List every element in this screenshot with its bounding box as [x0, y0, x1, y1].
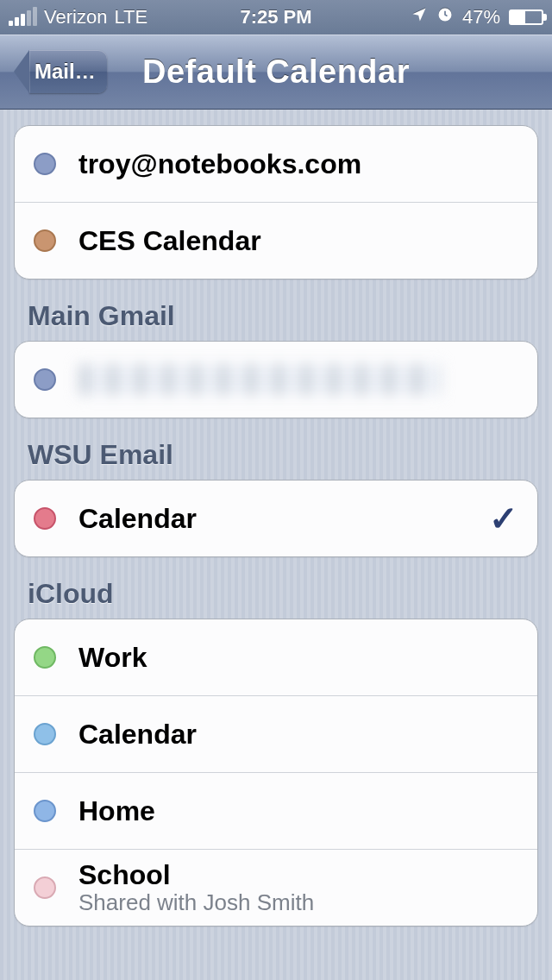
battery-pct-label: 47% [462, 6, 500, 28]
calendar-label: CES Calendar [78, 225, 518, 257]
chevron-left-icon [14, 50, 29, 93]
calendar-row-gmail[interactable] [15, 342, 537, 418]
calendar-label: Work [78, 642, 518, 674]
calendar-group: Calendar ✓ [14, 480, 538, 557]
redacted-label [78, 364, 441, 395]
network-label: LTE [114, 6, 147, 28]
calendar-group: troy@notebooks.com CES Calendar [14, 125, 538, 280]
calendar-color-dot [34, 800, 56, 822]
calendar-color-dot [34, 229, 56, 252]
back-button-label: Mail… [29, 50, 107, 93]
calendar-row-troy[interactable]: troy@notebooks.com [15, 126, 537, 202]
calendar-group [14, 341, 538, 418]
calendar-row-wsu-calendar[interactable]: Calendar ✓ [15, 481, 537, 556]
calendar-color-dot [34, 646, 56, 669]
calendar-label: School [78, 859, 518, 891]
section-header-main-gmail: Main Gmail [28, 300, 538, 332]
checkmark-icon: ✓ [480, 499, 518, 538]
carrier-label: Verizon [44, 6, 107, 28]
calendar-row-work[interactable]: Work [15, 619, 537, 695]
calendar-color-dot [34, 153, 56, 175]
calendar-group: Work Calendar Home School Shared with Jo… [14, 619, 538, 927]
status-bar: Verizon LTE 7:25 PM 47% [0, 0, 552, 35]
location-icon [411, 6, 428, 28]
calendar-color-dot [34, 723, 56, 745]
calendar-color-dot [34, 368, 56, 391]
calendar-row-icloud-calendar[interactable]: Calendar [15, 695, 537, 772]
signal-bars-icon [9, 7, 37, 28]
calendar-color-dot [34, 876, 56, 899]
nav-bar: Mail… Default Calendar [0, 35, 552, 110]
calendar-row-school[interactable]: School Shared with Josh Smith [15, 849, 537, 926]
calendar-row-ces[interactable]: CES Calendar [15, 202, 537, 279]
clock-icon [436, 6, 454, 28]
back-button[interactable]: Mail… [14, 50, 107, 93]
calendar-row-home[interactable]: Home [15, 772, 537, 849]
calendar-color-dot [34, 507, 56, 530]
calendar-subtitle: Shared with Josh Smith [78, 889, 518, 916]
battery-icon [509, 9, 543, 25]
section-header-icloud: iCloud [28, 578, 538, 610]
calendar-label: Calendar [78, 503, 480, 535]
section-header-wsu: WSU Email [28, 439, 538, 471]
content: troy@notebooks.com CES Calendar Main Gma… [0, 110, 552, 927]
calendar-label: troy@notebooks.com [78, 148, 518, 180]
calendar-label: Calendar [78, 719, 518, 751]
calendar-label: Home [78, 795, 518, 827]
